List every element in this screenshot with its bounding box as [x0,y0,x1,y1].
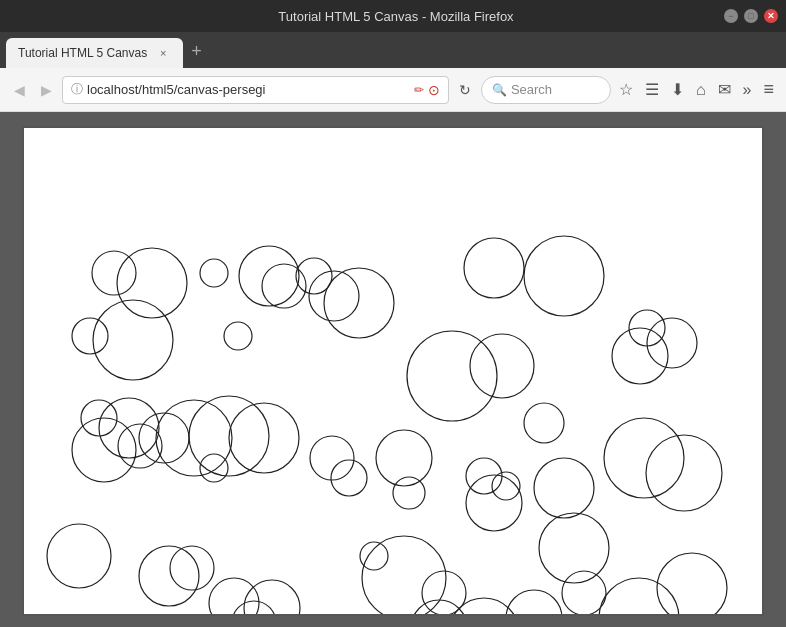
more-tools-button[interactable]: » [739,77,756,103]
titlebar-controls: − □ ✕ [724,9,778,23]
bubbles-canvas [24,128,764,616]
forward-button[interactable]: ▶ [35,78,58,102]
info-icon: ⓘ [71,81,83,98]
close-button[interactable]: ✕ [764,9,778,23]
menu-button[interactable]: ≡ [759,75,778,104]
bookmark-star-button[interactable]: ☆ [615,76,637,103]
maximize-button[interactable]: □ [744,9,758,23]
canvas-area [22,126,764,616]
back-button[interactable]: ◀ [8,78,31,102]
reload-button[interactable]: ↻ [453,78,477,102]
search-placeholder: Search [511,82,552,97]
home-button[interactable]: ⌂ [692,77,710,103]
tab-label: Tutorial HTML 5 Canvas [18,46,147,60]
search-icon: 🔍 [492,83,507,97]
new-tab-button[interactable]: + [183,37,210,66]
address-bar[interactable]: ⓘ localhost/html5/canvas-persegi ✏ ⊙ [62,76,449,104]
reader-view-button[interactable]: ☰ [641,76,663,103]
download-button[interactable]: ⬇ [667,76,688,103]
active-tab[interactable]: Tutorial HTML 5 Canvas × [6,38,183,68]
canvas-container [0,112,786,627]
minimize-button[interactable]: − [724,9,738,23]
navbar: ◀ ▶ ⓘ localhost/html5/canvas-persegi ✏ ⊙… [0,68,786,112]
tab-close-button[interactable]: × [155,45,171,61]
tabbar: Tutorial HTML 5 Canvas × + [0,32,786,68]
pocket-button[interactable]: ✉ [714,76,735,103]
titlebar-title: Tutorial HTML 5 Canvas - Mozilla Firefox [68,9,724,24]
titlebar: Tutorial HTML 5 Canvas - Mozilla Firefox… [0,0,786,32]
ubuntu-icon: ⊙ [428,82,440,98]
pen-icon: ✏ [414,83,424,97]
search-bar[interactable]: 🔍 Search [481,76,611,104]
address-text: localhost/html5/canvas-persegi [87,82,410,97]
